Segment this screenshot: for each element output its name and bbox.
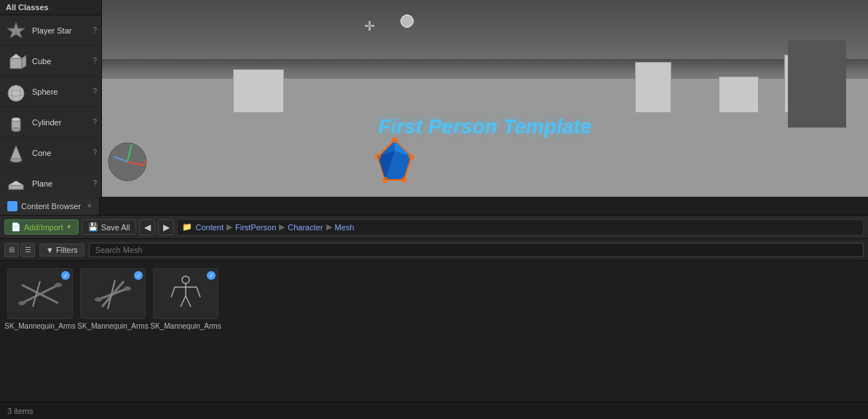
content-browser-tab[interactable]: Content Browser × <box>0 197 100 215</box>
svg-marker-3 <box>22 55 26 68</box>
help-icon-cube: ? <box>92 57 97 65</box>
xyz-gizmo: X Y <box>108 142 148 182</box>
asset-card-0[interactable]: ✓ SK_Mannequin_Arms <box>7 268 73 331</box>
content-browser-tabbar: Content Browser × <box>0 197 868 216</box>
filter-icon: ▼ <box>46 246 54 254</box>
svg-text:Y: Y <box>130 143 134 149</box>
svg-point-4 <box>8 85 24 101</box>
scene-cube-3 <box>719 77 759 113</box>
save-all-label: Save All <box>101 223 130 232</box>
asset-thumb-2: ✓ <box>153 268 218 319</box>
asset-name-cone: Cone <box>32 149 91 157</box>
search-input[interactable] <box>89 243 864 257</box>
svg-point-31 <box>55 283 62 287</box>
breadcrumb-content[interactable]: Content <box>195 223 224 232</box>
asset-card-2[interactable]: ✓ SK_Mannequin_Arms <box>153 268 218 331</box>
view-toggle: ⊞ ☰ <box>4 243 35 257</box>
asset-badge-0: ✓ <box>61 271 70 280</box>
add-import-dropdown-arrow: ▼ <box>66 224 72 230</box>
svg-text:X: X <box>143 159 147 165</box>
asset-thumb-1: ✓ <box>80 268 146 319</box>
asset-name-cylinder: Cylinder <box>32 118 91 127</box>
breadcrumb-character[interactable]: Character <box>288 223 323 232</box>
add-import-label: Add/Import <box>24 223 63 232</box>
asset-name-player-star: Player Star <box>32 26 91 35</box>
filters-label: Filters <box>56 246 78 254</box>
breadcrumb-mesh[interactable]: Mesh <box>335 223 355 232</box>
nav-back-button[interactable]: ◀ <box>139 219 155 235</box>
svg-rect-1 <box>10 58 22 68</box>
3d-viewport[interactable]: First Person Template ✛ <box>102 0 868 197</box>
filters-button[interactable]: ▼ Filters <box>39 243 84 257</box>
asset-label-0: SK_Mannequin_Arms <box>4 321 75 331</box>
status-bar: 3 items <box>0 402 868 419</box>
breadcrumb-firstperson[interactable]: FirstPerson <box>235 223 276 232</box>
breadcrumb-sep-1: ▶ <box>226 222 232 232</box>
left-class-panel: All Classes Player Star ? Cube ? <box>0 0 102 197</box>
folder-icon: 📁 <box>182 222 192 232</box>
svg-point-9 <box>12 128 20 131</box>
svg-line-42 <box>197 287 200 297</box>
svg-point-8 <box>12 117 20 121</box>
nav-forward-button[interactable]: ▶ <box>158 219 174 235</box>
svg-line-34 <box>102 281 124 307</box>
asset-name-cube: Cube <box>32 57 91 66</box>
breadcrumb-sep-3: ▶ <box>326 222 332 232</box>
asset-badge-1: ✓ <box>134 271 143 280</box>
asset-item-sphere[interactable]: Sphere ? <box>0 77 101 107</box>
asset-badge-2: ✓ <box>207 271 216 280</box>
blue-gem-object <box>375 136 415 186</box>
asset-list: Player Star ? Cube ? <box>0 15 101 199</box>
add-import-button[interactable]: 📄 Add/Import ▼ <box>4 219 79 235</box>
sphere-icon <box>4 80 28 103</box>
scene-cube-2 <box>635 62 671 113</box>
svg-marker-13 <box>9 181 23 185</box>
filter-bar: ⊞ ☰ ▼ Filters <box>0 239 868 261</box>
content-browser-tab-label: Content Browser <box>21 202 81 211</box>
svg-marker-0 <box>7 23 25 38</box>
svg-point-11 <box>10 158 22 162</box>
scene-dark-block <box>788 40 846 128</box>
content-browser-tab-icon <box>7 201 17 211</box>
asset-thumb-0: ✓ <box>7 268 73 319</box>
asset-name-plane: Plane <box>32 179 91 188</box>
svg-line-44 <box>186 296 191 307</box>
asset-item-cylinder[interactable]: Cylinder ? <box>0 107 101 138</box>
asset-card-1[interactable]: ✓ SK_Mannequin_Arms <box>80 268 146 331</box>
add-icon: 📄 <box>11 222 21 232</box>
item-count: 3 items <box>7 407 33 415</box>
scene-cube-1 <box>233 69 284 113</box>
breadcrumb-bar: 📁 Content ▶ FirstPerson ▶ Character ▶ Me… <box>177 219 864 235</box>
asset-name-sphere: Sphere <box>32 87 91 96</box>
asset-item-cone[interactable]: Cone ? <box>0 138 101 168</box>
viewport-scene: First Person Template ✛ <box>102 0 868 197</box>
cylinder-icon <box>4 111 28 134</box>
view-tile-button[interactable]: ⊞ <box>4 243 19 257</box>
player-star-icon <box>4 19 28 42</box>
help-icon-player-star: ? <box>92 26 97 34</box>
all-classes-header: All Classes <box>0 0 101 15</box>
help-icon-plane: ? <box>92 179 97 187</box>
help-icon-cylinder: ? <box>92 118 97 126</box>
asset-item-player-star[interactable]: Player Star ? <box>0 15 101 46</box>
asset-item-plane[interactable]: Plane ? <box>0 168 101 199</box>
content-browser-tab-close[interactable]: × <box>87 202 92 210</box>
help-icon-sphere: ? <box>92 87 97 95</box>
svg-point-35 <box>95 297 102 302</box>
player-dot <box>401 15 414 28</box>
asset-item-cube[interactable]: Cube ? <box>0 46 101 77</box>
crosshair-widget: ✛ <box>364 18 375 34</box>
help-icon-cone: ? <box>92 149 97 157</box>
cube-icon <box>4 50 28 73</box>
content-browser-panel: Content Browser × 📄 Add/Import ▼ 💾 Save … <box>0 197 868 419</box>
svg-rect-12 <box>9 185 23 189</box>
breadcrumb-sep-2: ▶ <box>279 222 285 232</box>
svg-point-36 <box>124 286 131 291</box>
content-browser-toolbar: 📄 Add/Import ▼ 💾 Save All ◀ ▶ 📁 Content … <box>0 216 868 239</box>
save-all-button[interactable]: 💾 Save All <box>82 219 137 235</box>
view-list-button[interactable]: ☰ <box>20 243 35 257</box>
svg-point-38 <box>182 276 189 283</box>
cone-icon <box>4 141 28 165</box>
asset-label-2: SK_Mannequin_Arms <box>150 321 221 331</box>
asset-label-1: SK_Mannequin_Arms <box>77 321 148 331</box>
